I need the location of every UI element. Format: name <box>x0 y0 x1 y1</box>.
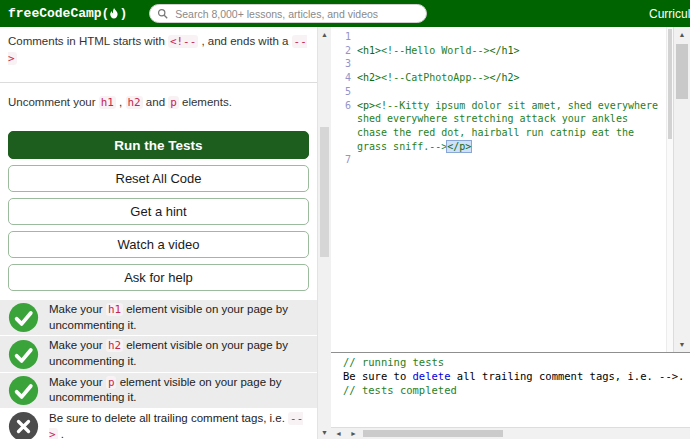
test-result-row: Be sure to delete all trailing comment t… <box>0 409 317 439</box>
text-segment: Make your <box>49 376 106 388</box>
text-segment: , <box>116 96 126 108</box>
text-segment: , and ends with a <box>198 35 291 47</box>
horizontal-scrollbar[interactable]: ◄ ► <box>331 427 690 439</box>
scroll-up-icon[interactable]: ▲ <box>318 27 331 41</box>
fcc-logo[interactable]: freeCodeCamp( ) <box>8 6 127 21</box>
search-bar <box>149 4 427 23</box>
text-segment: . <box>58 428 64 439</box>
instructions-panel: Comments in HTML starts with <!-- , and … <box>0 27 317 439</box>
watch-a-video-button[interactable]: Watch a video <box>8 231 309 258</box>
window-scrollbar[interactable]: ▲ ▼ <box>673 27 690 352</box>
console-output: // running testsBe sure to delete all tr… <box>331 352 690 427</box>
test-result-text: Make your h1 element visible on your pag… <box>49 302 309 333</box>
text-segment: Be sure to delete all trailing comment t… <box>49 412 288 424</box>
code-line: 6<p><!--Kitty ipsum dolor sit amet, shed… <box>331 99 673 113</box>
code-lines: 12<h1><!--Hello World--></h1>34<h2><!--C… <box>331 30 673 167</box>
ask-for-help-button[interactable]: Ask for help <box>8 264 309 291</box>
console-line: Be sure to delete all trailing comment t… <box>343 370 690 384</box>
code-text: grass sniff.--></p> <box>357 140 673 154</box>
line-number: 5 <box>331 85 357 99</box>
code-text <box>357 153 673 167</box>
code-line: 5 <box>331 85 673 99</box>
text-segment: Make your <box>49 303 106 315</box>
nav-link-curriculum[interactable]: Curriculum <box>649 7 690 21</box>
divider <box>0 82 317 83</box>
code-editor[interactable]: 12<h1><!--Hello World--></h1>34<h2><!--C… <box>331 27 673 352</box>
code-text <box>357 30 673 44</box>
code-line: chase the red dot, hairball run catnip e… <box>331 126 673 140</box>
get-a-hint-button[interactable]: Get a hint <box>8 198 309 225</box>
inline-code: h1 <box>106 303 123 316</box>
test-result-text: Make your h2 element visible on your pag… <box>49 338 309 369</box>
editor-scrollbar[interactable] <box>666 27 673 352</box>
inline-code: h2 <box>106 339 123 352</box>
scrollbar-thumb[interactable] <box>363 430 503 437</box>
console-line: // tests completed <box>343 384 690 398</box>
logo-text-close: ) <box>119 6 127 21</box>
line-number: 2 <box>331 44 357 58</box>
inline-code: h2 <box>126 96 143 109</box>
line-number <box>331 126 357 140</box>
scrollbar-thumb[interactable] <box>320 127 329 257</box>
code-line: shed everywhere stretching attack your a… <box>331 112 673 126</box>
code-text: shed everywhere stretching attack your a… <box>357 112 673 126</box>
code-line: grass sniff.--></p> <box>331 140 673 154</box>
code-line: 1 <box>331 30 673 44</box>
test-pass-icon <box>8 302 39 333</box>
scrollbar-thumb[interactable] <box>668 29 672 139</box>
run-tests-button[interactable]: Run the Tests <box>8 131 309 159</box>
flame-icon <box>110 8 118 19</box>
reset-all-code-button[interactable]: Reset All Code <box>8 165 309 192</box>
test-pass-icon <box>8 339 39 370</box>
code-text: <h1><!--Hello World--></h1> <box>357 44 673 58</box>
text-segment: Make your <box>49 339 106 351</box>
search-icon <box>157 8 168 19</box>
line-number <box>331 140 357 154</box>
code-line: 4<h2><!--CatPhotoApp--></h2> <box>331 71 673 85</box>
inline-code: <!-- <box>168 35 198 48</box>
left-panel-scrollbar[interactable]: ▲ ▼ <box>317 27 331 439</box>
test-pass-icon <box>8 375 39 406</box>
code-text <box>357 85 673 99</box>
text-segment: and <box>143 96 169 108</box>
search-input[interactable] <box>173 7 419 21</box>
code-line: 2<h1><!--Hello World--></h1> <box>331 44 673 58</box>
line-number: 4 <box>331 71 357 85</box>
text-segment: elements. <box>179 96 232 108</box>
line-number <box>331 112 357 126</box>
test-results: Make your h1 element visible on your pag… <box>0 300 317 439</box>
secondary-buttons: Reset All CodeGet a hintWatch a videoAsk… <box>0 165 317 291</box>
line-number: 3 <box>331 57 357 71</box>
line-number: 1 <box>331 30 357 44</box>
inline-code: h1 <box>99 96 116 109</box>
scroll-left-icon[interactable]: ◄ <box>331 428 346 439</box>
test-result-row: Make your p element visible on your page… <box>0 373 317 408</box>
line-number: 7 <box>331 153 357 167</box>
navbar: freeCodeCamp( ) Curriculum <box>0 0 690 27</box>
logo-text: freeCodeCamp( <box>8 6 109 21</box>
console-line: // running tests <box>343 356 690 370</box>
test-result-row: Make your h2 element visible on your pag… <box>0 336 317 371</box>
code-line: 3 <box>331 57 673 71</box>
test-result-text: Make your p element visible on your page… <box>49 375 309 406</box>
code-line: 7 <box>331 153 673 167</box>
text-segment: Uncomment your <box>8 96 99 108</box>
test-fail-icon <box>8 411 39 439</box>
scroll-up-icon[interactable]: ▲ <box>674 27 690 42</box>
test-result-row: Make your h1 element visible on your pag… <box>0 300 317 335</box>
scroll-down-icon[interactable]: ▼ <box>674 337 690 352</box>
code-text: <p><!--Kitty ipsum dolor sit amet, shed … <box>357 99 673 113</box>
instruction-text-2: Uncomment your h1 , h2 and p elements. <box>8 94 309 111</box>
scroll-right-icon[interactable]: ► <box>346 428 361 439</box>
scroll-down-icon[interactable]: ▼ <box>318 425 331 439</box>
code-text: chase the red dot, hairball run catnip e… <box>357 126 673 140</box>
scrollbar-thumb[interactable] <box>676 44 688 99</box>
instruction-text: Comments in HTML starts with <!-- , and … <box>8 33 309 68</box>
text-segment: Comments in HTML starts with <box>8 35 168 47</box>
code-text: <h2><!--CatPhotoApp--></h2> <box>357 71 673 85</box>
code-text <box>357 57 673 71</box>
line-number: 6 <box>331 99 357 113</box>
test-result-text: Be sure to delete all trailing comment t… <box>49 411 309 439</box>
inline-code: p <box>106 376 117 389</box>
inline-code: p <box>168 96 179 109</box>
